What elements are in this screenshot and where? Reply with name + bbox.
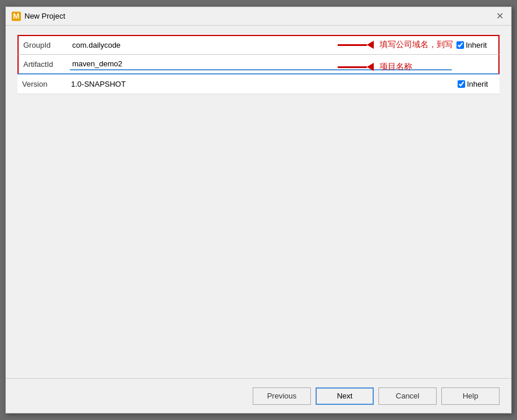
groupid-inherit-checkbox[interactable]	[456, 41, 464, 49]
groupid-input[interactable]	[70, 39, 452, 52]
artifactid-input[interactable]	[70, 58, 452, 70]
footer: Previous Next Cancel Help	[6, 378, 511, 413]
content-area: GroupId Inherit ArtifactId Version	[6, 26, 511, 378]
previous-button[interactable]: Previous	[253, 387, 311, 405]
groupid-inherit-label: Inherit	[466, 41, 487, 49]
window-title: New Project	[24, 12, 65, 20]
next-button[interactable]: Next	[316, 387, 374, 405]
svg-text:M: M	[13, 12, 20, 20]
version-row: Version Inherit	[17, 74, 500, 94]
close-button[interactable]: ✕	[494, 10, 505, 22]
groupid-inherit: Inherit	[452, 41, 498, 49]
window-icon: M	[12, 12, 21, 21]
version-inherit-checkbox[interactable]	[458, 80, 465, 88]
help-button[interactable]: Help	[441, 387, 500, 405]
form-container: GroupId Inherit ArtifactId Version	[17, 35, 500, 94]
cancel-button[interactable]: Cancel	[378, 387, 437, 405]
version-inherit: Inherit	[453, 80, 500, 88]
title-bar-left: M New Project	[12, 12, 65, 21]
groupid-label: GroupId	[19, 38, 70, 52]
title-bar: M New Project ✕	[6, 7, 511, 26]
artifactid-label: ArtifactId	[19, 58, 70, 71]
groupid-row: GroupId Inherit	[17, 35, 500, 55]
new-project-window: M New Project ✕ GroupId Inherit Artifact…	[5, 6, 512, 414]
version-inherit-label: Inherit	[467, 80, 488, 88]
version-label: Version	[17, 77, 69, 91]
artifactid-row: ArtifactId	[17, 55, 500, 74]
version-input[interactable]	[69, 78, 453, 91]
